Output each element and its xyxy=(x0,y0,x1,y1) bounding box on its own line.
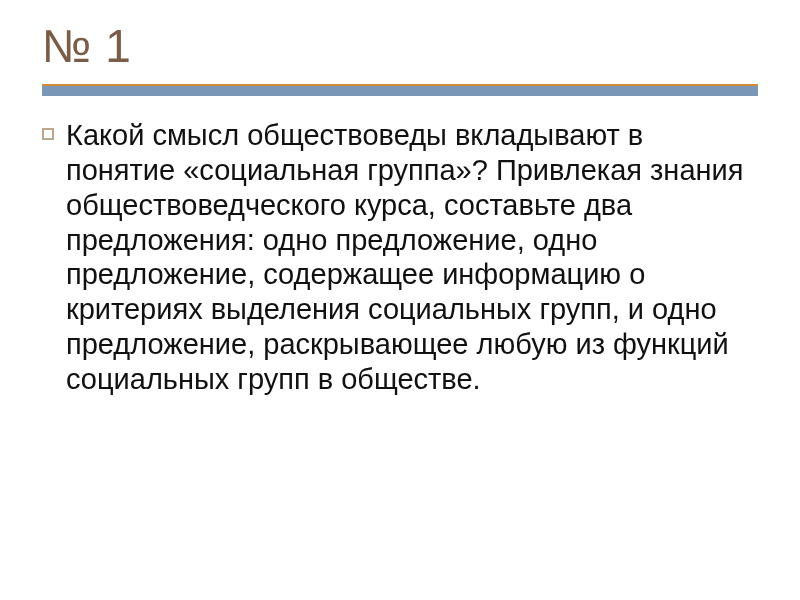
slide: № 1 Какой смысл обществоведы вкладывают … xyxy=(0,0,800,600)
body-area: Какой смысл обществоведы вкладывают в по… xyxy=(42,118,758,396)
slide-title: № 1 xyxy=(42,22,758,70)
divider-bar xyxy=(42,84,758,96)
square-bullet-icon xyxy=(42,128,54,140)
body-text: Какой смысл обществоведы вкладывают в по… xyxy=(66,118,758,396)
